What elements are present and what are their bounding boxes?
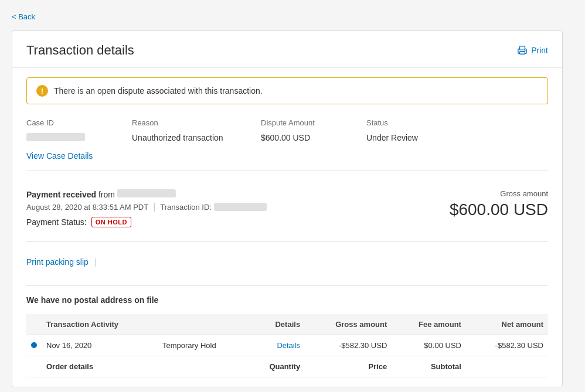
status-header: Status — [366, 116, 472, 129]
payment-received-label: Payment received — [26, 190, 96, 199]
case-id-col: Case ID — [26, 116, 132, 144]
transaction-id-section: Transaction ID: — [160, 203, 267, 212]
print-label: Print — [531, 46, 548, 55]
row-gross-cell: -$582.30 USD — [305, 335, 392, 356]
col-dot-header — [26, 314, 42, 335]
row-details-cell[interactable]: Details — [247, 335, 305, 356]
gross-amount-value: $600.00 USD — [450, 200, 548, 219]
page-title: Transaction details — [26, 43, 134, 58]
payment-date: August 28, 2020 at 8:33:51 AM PDT — [26, 203, 148, 212]
payment-section: Payment received from August 28, 2020 at… — [26, 180, 548, 232]
activity-table-body: Nov 16, 2020 Temporary Hold Details -$58… — [26, 335, 548, 377]
on-hold-badge: ON HOLD — [91, 217, 131, 227]
print-icon — [517, 46, 528, 55]
activity-table: Transaction Activity Details Gross amoun… — [26, 314, 548, 377]
divider-2 — [26, 241, 548, 242]
case-id-value — [26, 132, 132, 144]
payment-right: Gross amount $600.00 USD — [450, 189, 548, 219]
col-details-header: Details — [247, 314, 305, 335]
print-button[interactable]: Print — [517, 46, 548, 55]
row-dot-cell — [26, 335, 42, 356]
gross-amount-label: Gross amount — [450, 189, 548, 198]
packing-section: Print packing slip | — [26, 251, 548, 276]
payment-date-line: August 28, 2020 at 8:33:51 AM PDT | Tran… — [26, 202, 267, 212]
dispute-banner: ! There is an open dispute associated wi… — [26, 77, 548, 104]
col-fee-header: Fee amount — [392, 314, 466, 335]
no-address-message: We have no postal address on file — [26, 295, 548, 305]
order-details-subtotal-cell: Subtotal — [392, 356, 466, 377]
dispute-message: There is an open dispute associated with… — [54, 86, 263, 96]
col-empty-header — [158, 314, 247, 335]
dispute-amount-header: Dispute Amount — [261, 116, 366, 129]
divider-3 — [26, 285, 548, 286]
sender-name-redacted — [117, 189, 176, 197]
packing-separator: | — [94, 257, 97, 267]
col-activity-header: Transaction Activity — [42, 314, 158, 335]
transaction-id-label: Transaction ID: — [160, 203, 212, 212]
payment-received-line: Payment received from — [26, 189, 267, 199]
payment-status-label: Payment Status: — [26, 217, 87, 227]
payment-status-line: Payment Status: ON HOLD — [26, 217, 267, 227]
status-value: Under Review — [366, 132, 472, 144]
reason-value: Unauthorized transaction — [132, 132, 261, 144]
row-fee-cell: $0.00 USD — [392, 335, 466, 356]
row-description-cell: Temporary Hold — [158, 335, 247, 356]
case-id-redacted — [26, 133, 85, 141]
status-col: Status Under Review — [366, 116, 472, 144]
order-details-last-cell — [466, 356, 548, 377]
payment-row: Payment received from August 28, 2020 at… — [26, 189, 548, 227]
svg-rect-2 — [520, 52, 525, 54]
svg-point-3 — [525, 50, 526, 52]
order-details-price-cell: Price — [305, 356, 392, 377]
dispute-details-table: Case ID Reason Unauthorized transaction … — [26, 116, 548, 144]
activity-table-header: Transaction Activity Details Gross amoun… — [26, 314, 548, 335]
activity-header-row: Transaction Activity Details Gross amoun… — [26, 314, 548, 335]
order-details-row: Order details Quantity Price Subtotal — [26, 356, 548, 377]
col-gross-header: Gross amount — [305, 314, 392, 335]
table-row: Nov 16, 2020 Temporary Hold Details -$58… — [26, 335, 548, 356]
back-link[interactable]: < Back — [12, 12, 35, 21]
divider-1 — [26, 170, 548, 171]
blue-dot-icon — [31, 342, 37, 348]
case-id-header: Case ID — [26, 116, 132, 129]
order-details-quantity-cell: Quantity — [247, 356, 305, 377]
card-body: ! There is an open dispute associated wi… — [12, 68, 562, 387]
view-case-link[interactable]: View Case Details — [26, 151, 93, 161]
transaction-details-card: Transaction details Print ! There is an … — [12, 30, 563, 387]
transaction-id-redacted — [214, 203, 267, 211]
payment-from-label: from — [98, 190, 117, 199]
dispute-amount-col: Dispute Amount $600.00 USD — [261, 116, 366, 144]
order-details-dot-cell — [26, 356, 42, 377]
dispute-amount-value: $600.00 USD — [261, 132, 366, 144]
row-date-cell: Nov 16, 2020 — [42, 335, 158, 356]
order-details-empty-cell — [158, 356, 247, 377]
col-net-header: Net amount — [466, 314, 548, 335]
reason-col: Reason Unauthorized transaction — [132, 116, 261, 144]
order-details-label-cell: Order details — [42, 356, 158, 377]
warning-icon: ! — [36, 85, 48, 97]
svg-rect-1 — [520, 46, 525, 50]
row-net-cell: -$582.30 USD — [466, 335, 548, 356]
details-link[interactable]: Details — [277, 341, 300, 350]
reason-header: Reason — [132, 116, 261, 129]
payment-left: Payment received from August 28, 2020 at… — [26, 189, 267, 227]
card-header: Transaction details Print — [12, 31, 562, 68]
separator: | — [153, 202, 155, 212]
print-packing-slip-link[interactable]: Print packing slip — [26, 257, 89, 267]
